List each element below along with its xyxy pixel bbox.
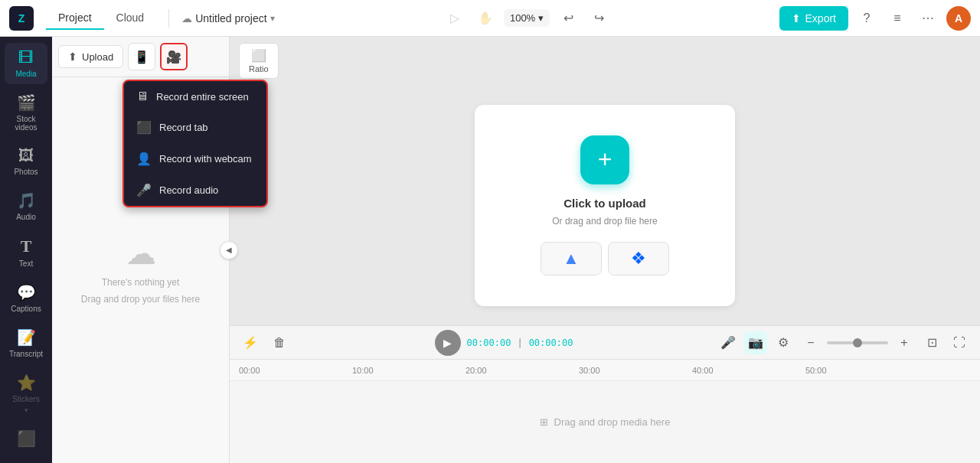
ruler-mark-3: 30:00 xyxy=(576,366,689,375)
delete-button[interactable]: 🗑 xyxy=(268,331,291,354)
project-name[interactable]: ☁ Untitled project ▾ xyxy=(181,12,274,24)
user-avatar[interactable]: A xyxy=(946,6,971,31)
upload-text: Click to upload xyxy=(564,197,646,210)
timeline-track[interactable]: ⊞ Drag and drop media here xyxy=(230,381,980,463)
topbar-right: ⬆ Export ? ≡ ⋯ A xyxy=(779,6,971,31)
hand-tool[interactable]: ✋ xyxy=(473,6,498,31)
project-dropdown-icon: ▾ xyxy=(270,13,275,24)
empty-subtext: Drag and drop your files here xyxy=(81,294,200,305)
redo-button[interactable]: ↪ xyxy=(586,6,611,31)
zoom-in-button[interactable]: + xyxy=(893,331,916,354)
sidebar-item-text[interactable]: T Text xyxy=(5,230,47,274)
more-options-button[interactable]: ⋯ xyxy=(916,6,940,31)
help-button[interactable]: ? xyxy=(854,6,879,31)
timeline: ⚡ 🗑 ▶ 00:00:00 | 00:00:00 🎤 📷 ⚙ − xyxy=(230,325,980,463)
timeline-controls: ⚡ 🗑 ▶ 00:00:00 | 00:00:00 🎤 📷 ⚙ − xyxy=(230,326,980,360)
export-button[interactable]: ⬆ Export xyxy=(779,6,848,31)
google-drive-button[interactable]: ▲ xyxy=(541,242,602,276)
sidebar-item-label: Photos xyxy=(14,168,38,176)
app-logo[interactable]: Z xyxy=(9,6,34,31)
topbar-divider xyxy=(168,9,169,28)
upload-button[interactable]: ⬆ Upload xyxy=(58,45,123,68)
media-icon: 🎞 xyxy=(18,49,34,67)
zoom-slider[interactable] xyxy=(827,341,888,344)
google-drive-icon: ▲ xyxy=(563,249,580,269)
microphone-button[interactable]: 🎤 xyxy=(717,331,740,354)
panel-toolbar: ⬆ Upload 📱 🎥 xyxy=(52,37,229,77)
upload-drop-area[interactable]: + Click to upload Or drag and drop file … xyxy=(475,105,735,306)
ruler-mark-5: 50:00 xyxy=(802,366,916,375)
right-area: ⬜ Ratio + Click to upload Or drag and dr… xyxy=(230,37,980,463)
sidebar-item-stickers: ⭐ Stickers ▾ xyxy=(5,367,47,420)
sidebar-item-media[interactable]: 🎞 Media xyxy=(5,43,47,84)
sidebar-item-audio[interactable]: 🎵 Audio xyxy=(5,185,47,227)
tab-cloud[interactable]: Cloud xyxy=(104,7,157,30)
dropbox-button[interactable]: ❖ xyxy=(608,242,669,276)
drag-drop-media-label: ⊞ Drag and drop media here xyxy=(230,404,980,440)
ratio-button[interactable]: ⬜ Ratio xyxy=(239,43,279,79)
timeline-right-controls: 🎤 📷 ⚙ − + ⊡ ⛶ xyxy=(717,331,971,354)
zoom-control[interactable]: 100% ▾ xyxy=(504,9,550,27)
subtitles-icon: ⬛ xyxy=(17,429,36,448)
sidebar-item-label: Stickers xyxy=(12,395,40,403)
sidebar-item-label: Captions xyxy=(11,305,41,313)
sidebar-item-subtitles[interactable]: ⬛ xyxy=(5,423,47,454)
mobile-record-button[interactable]: 📱 xyxy=(128,43,155,70)
main-content: 🎞 Media 🎬 Stock videos 🖼 Photos 🎵 Audio … xyxy=(0,37,980,463)
play-button[interactable]: ▶ xyxy=(435,330,461,356)
record-webcam-icon: 👤 xyxy=(136,152,152,166)
sidebar-item-stock-videos[interactable]: 🎬 Stock videos xyxy=(5,87,47,138)
empty-text: There's nothing yet xyxy=(102,277,180,288)
record-tab-item[interactable]: ⬛ Record tab xyxy=(124,112,266,143)
record-tab-icon: ⬛ xyxy=(136,120,152,135)
sidebar-item-label: Media xyxy=(15,70,36,78)
upload-icon: ⬆ xyxy=(68,51,77,63)
upload-services: ▲ ❖ xyxy=(541,242,669,276)
total-time: 00:00:00 xyxy=(529,337,573,348)
camera-button[interactable]: 📷 xyxy=(744,331,767,354)
media-panel: ⬆ Upload 📱 🎥 🖥 Record entire screen ⬛ Re… xyxy=(52,37,230,463)
upload-cloud-icon: ☁ xyxy=(126,236,156,271)
screen-record-button[interactable]: 🎥 xyxy=(160,43,188,70)
panel-collapse-handle[interactable]: ◀ xyxy=(220,241,238,259)
transcript-icon: 📝 xyxy=(17,328,36,347)
text-icon: T xyxy=(21,236,32,256)
record-audio-item[interactable]: 🎤 Record audio xyxy=(124,174,266,206)
media-grid-icon: ⊞ xyxy=(540,416,548,428)
ruler-marks: 00:00 10:00 20:00 30:00 40:00 50:00 xyxy=(236,366,916,375)
ruler-mark-2: 20:00 xyxy=(462,366,576,375)
sidebar-item-label: Audio xyxy=(16,213,36,221)
stickers-icon: ⭐ xyxy=(17,373,36,392)
topbar-tabs: Project Cloud xyxy=(46,7,156,30)
screen-record-icon: 🎥 xyxy=(166,50,181,64)
split-clips-button[interactable]: ⚙ xyxy=(772,331,795,354)
ruler-mark-0: 00:00 xyxy=(236,366,349,375)
tab-project[interactable]: Project xyxy=(46,7,104,30)
sidebar-item-photos[interactable]: 🖼 Photos xyxy=(5,141,47,182)
split-button[interactable]: ⚡ xyxy=(239,331,262,354)
time-separator: | xyxy=(517,337,522,348)
ratio-icon: ⬜ xyxy=(251,48,266,63)
sidebar-item-transcript[interactable]: 📝 Transcript xyxy=(5,322,47,364)
timeline-ruler: 00:00 10:00 20:00 30:00 40:00 50:00 xyxy=(230,360,980,381)
zoom-out-button[interactable]: − xyxy=(799,331,822,354)
upload-subtext: Or drag and drop file here xyxy=(552,216,657,227)
template-button[interactable]: ≡ xyxy=(885,6,910,31)
ruler-mark-4: 40:00 xyxy=(689,366,802,375)
canvas-header: ⬜ Ratio xyxy=(230,37,980,85)
topbar-center-controls: ▷ ✋ 100% ▾ ↩ ↪ xyxy=(281,6,773,31)
photos-icon: 🖼 xyxy=(18,147,34,165)
record-audio-icon: 🎤 xyxy=(136,183,152,197)
undo-button[interactable]: ↩ xyxy=(556,6,580,31)
sidebar-item-captions[interactable]: 💬 Captions xyxy=(5,277,47,319)
fullscreen-button[interactable]: ⛶ xyxy=(948,331,971,354)
record-webcam-item[interactable]: 👤 Record with webcam xyxy=(124,143,266,174)
canvas-area: ⬜ Ratio + Click to upload Or drag and dr… xyxy=(230,37,980,325)
sidebar: 🎞 Media 🎬 Stock videos 🖼 Photos 🎵 Audio … xyxy=(0,37,52,463)
fit-button[interactable]: ⊡ xyxy=(920,331,943,354)
upload-plus-button[interactable]: + xyxy=(580,135,629,184)
canvas-content: + Click to upload Or drag and drop file … xyxy=(230,85,980,325)
record-entire-screen-item[interactable]: 🖥 Record entire screen xyxy=(124,81,266,112)
mobile-icon: 📱 xyxy=(134,50,149,64)
pointer-tool[interactable]: ▷ xyxy=(443,6,467,31)
